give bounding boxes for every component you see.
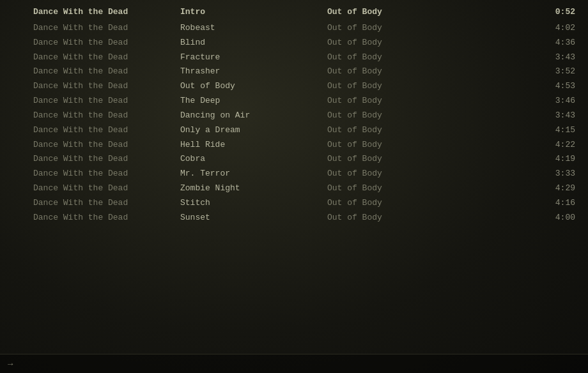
track-artist: Dance With the Dead [33,212,180,224]
track-artist: Dance With the Dead [33,95,180,107]
track-title: Hell Ride [180,139,327,151]
table-row[interactable]: Dance With the DeadThe DeepOut of Body3:… [0,94,588,109]
header-artist: Dance With the Dead [33,6,180,19]
track-artist: Dance With the Dead [33,52,180,64]
track-title: The Deep [180,95,327,107]
track-album: Out of Body [327,139,474,151]
track-duration: 4:19 [474,153,582,165]
header-title: Intro [180,6,327,19]
track-album: Out of Body [327,22,474,34]
track-duration: 3:43 [474,52,582,64]
table-row[interactable]: Dance With the DeadMr. TerrorOut of Body… [0,167,588,181]
track-artist: Dance With the Dead [33,22,180,34]
track-album: Out of Body [327,183,474,195]
track-artist: Dance With the Dead [33,37,180,49]
track-artist: Dance With the Dead [33,110,180,122]
header-album: Out of Body [327,6,474,19]
track-title: Sunset [180,212,327,224]
table-row[interactable]: Dance With the DeadStitchOut of Body4:16 [0,196,588,211]
arrow-icon: → [8,359,13,369]
table-row[interactable]: Dance With the DeadThrasherOut of Body3:… [0,65,588,79]
track-duration: 4:29 [474,183,582,195]
table-row[interactable]: Dance With the DeadOnly a DreamOut of Bo… [0,123,588,138]
track-duration: 3:46 [474,95,582,107]
track-album: Out of Body [327,197,474,209]
table-row[interactable]: Dance With the DeadFractureOut of Body3:… [0,50,588,65]
track-title: Zombie Night [180,183,327,195]
track-title: Blind [180,37,327,49]
track-artist: Dance With the Dead [33,66,180,78]
track-duration: 4:36 [474,37,582,49]
track-duration: 4:02 [474,22,582,34]
track-album: Out of Body [327,37,474,49]
track-title: Robeast [180,22,327,34]
track-title: Only a Dream [180,125,327,137]
table-row[interactable]: Dance With the DeadDancing on AirOut of … [0,109,588,123]
track-list: Dance With the Dead Intro Out of Body 0:… [0,0,588,228]
track-album: Out of Body [327,52,474,64]
header-duration: 0:52 [474,6,582,19]
track-duration: 4:15 [474,125,582,137]
track-artist: Dance With the Dead [33,183,180,195]
table-row[interactable]: Dance With the DeadZombie NightOut of Bo… [0,181,588,196]
track-album: Out of Body [327,125,474,137]
track-duration: 4:00 [474,212,582,224]
table-row[interactable]: Dance With the DeadHell RideOut of Body4… [0,138,588,153]
table-row[interactable]: Dance With the DeadCobraOut of Body4:19 [0,152,588,167]
track-title: Mr. Terror [180,168,327,180]
track-duration: 4:16 [474,197,582,209]
bottom-bar: → [0,354,588,373]
track-artist: Dance With the Dead [33,80,180,93]
track-title: Thrasher [180,66,327,78]
track-album: Out of Body [327,95,474,107]
track-title: Stitch [180,197,327,209]
track-title: Fracture [180,52,327,64]
track-list-header: Dance With the Dead Intro Out of Body 0:… [0,3,588,21]
track-artist: Dance With the Dead [33,125,180,137]
track-artist: Dance With the Dead [33,197,180,209]
track-duration: 3:33 [474,168,582,180]
track-album: Out of Body [327,66,474,78]
track-duration: 3:52 [474,66,582,78]
table-row[interactable]: Dance With the DeadBlindOut of Body4:36 [0,36,588,50]
track-title: Dancing on Air [180,110,327,122]
track-duration: 4:22 [474,139,582,151]
track-title: Cobra [180,153,327,165]
table-row[interactable]: Dance With the DeadSunsetOut of Body4:00 [0,211,588,225]
track-album: Out of Body [327,212,474,224]
track-artist: Dance With the Dead [33,153,180,165]
track-title: Out of Body [180,80,327,93]
table-row[interactable]: Dance With the DeadOut of BodyOut of Bod… [0,79,588,94]
track-duration: 3:43 [474,110,582,122]
track-album: Out of Body [327,153,474,165]
table-row[interactable]: Dance With the DeadRobeastOut of Body4:0… [0,21,588,36]
track-artist: Dance With the Dead [33,168,180,180]
track-album: Out of Body [327,110,474,122]
track-album: Out of Body [327,80,474,93]
track-album: Out of Body [327,168,474,180]
track-duration: 4:53 [474,80,582,93]
track-artist: Dance With the Dead [33,139,180,151]
